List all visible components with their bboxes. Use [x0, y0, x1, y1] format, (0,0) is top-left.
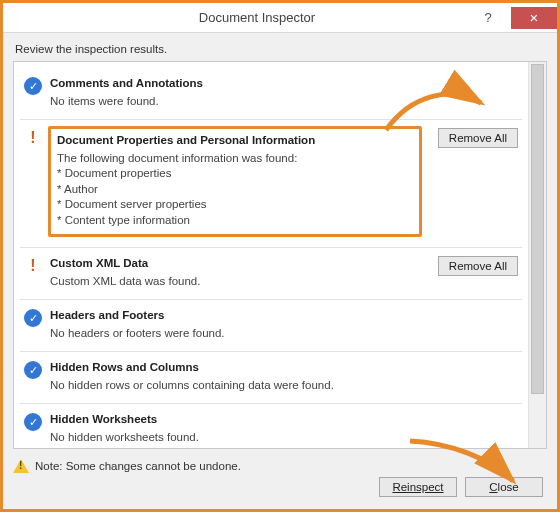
warning-icon	[13, 459, 29, 473]
close-button[interactable]: Close	[465, 477, 543, 497]
section-title: Comments and Annotations	[50, 76, 420, 92]
remove-all-button[interactable]: Remove All	[438, 256, 518, 276]
section-title: Document Properties and Personal Informa…	[57, 133, 413, 149]
scrollbar[interactable]	[528, 62, 546, 448]
section-title: Hidden Rows and Columns	[50, 360, 420, 376]
reinspect-button[interactable]: Reinspect	[379, 477, 457, 497]
alert-icon	[24, 129, 42, 147]
check-icon	[24, 309, 42, 327]
section-line: No hidden worksheets found.	[50, 430, 420, 446]
section-doc-properties: Document Properties and Personal Informa…	[20, 120, 522, 248]
section-line: No items were found.	[50, 94, 420, 110]
highlighted-region: Document Properties and Personal Informa…	[48, 126, 422, 237]
check-icon	[24, 361, 42, 379]
section-line: No hidden rows or columns containing dat…	[50, 378, 420, 394]
section-custom-xml: Custom XML Data Custom XML data was foun…	[20, 248, 522, 300]
scrollbar-thumb[interactable]	[531, 64, 544, 394]
section-line: No headers or footers were found.	[50, 326, 420, 342]
section-line: * Author	[57, 182, 413, 198]
section-comments: Comments and Annotations No items were f…	[20, 68, 522, 120]
dialog-body: Review the inspection results. Comments …	[3, 33, 557, 509]
results-panel: Comments and Annotations No items were f…	[13, 61, 547, 449]
section-hidden-rows-cols: Hidden Rows and Columns No hidden rows o…	[20, 352, 522, 404]
remove-all-button[interactable]: Remove All	[438, 128, 518, 148]
section-title: Headers and Footers	[50, 308, 420, 324]
section-line: Custom XML data was found.	[50, 274, 420, 290]
section-line: The following document information was f…	[57, 151, 413, 167]
section-line: * Document server properties	[57, 197, 413, 213]
check-icon	[24, 77, 42, 95]
footer-buttons: Reinspect Close	[379, 477, 543, 497]
check-icon	[24, 413, 42, 431]
section-headers-footers: Headers and Footers No headers or footer…	[20, 300, 522, 352]
dialog-window: Document Inspector ? × Review the inspec…	[0, 0, 560, 512]
window-title: Document Inspector	[49, 10, 465, 25]
alert-icon	[24, 257, 42, 275]
section-hidden-worksheets: Hidden Worksheets No hidden worksheets f…	[20, 404, 522, 448]
section-title: Hidden Worksheets	[50, 412, 420, 428]
window-close-button[interactable]: ×	[511, 7, 557, 29]
section-title: Custom XML Data	[50, 256, 420, 272]
footer-note: Note: Some changes cannot be undone.	[13, 459, 547, 473]
instruction-text: Review the inspection results.	[15, 43, 547, 55]
section-line: * Document properties	[57, 166, 413, 182]
help-button[interactable]: ?	[465, 7, 511, 29]
note-text: Note: Some changes cannot be undone.	[35, 460, 241, 472]
title-bar: Document Inspector ? ×	[3, 3, 557, 33]
section-line: * Content type information	[57, 213, 413, 229]
results-list: Comments and Annotations No items were f…	[14, 62, 528, 448]
